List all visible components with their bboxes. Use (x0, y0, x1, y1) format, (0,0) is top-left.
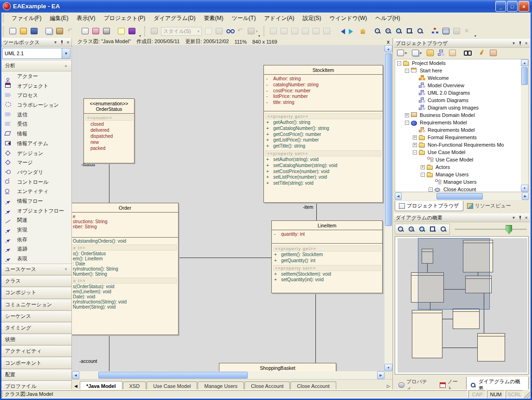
tree-item[interactable]: Requirements Model (395, 126, 528, 134)
tree-item[interactable]: + Business Domain Model (395, 111, 528, 119)
toolbar-button[interactable] (279, 26, 289, 37)
project-toolbar-button[interactable] (395, 48, 406, 58)
toolbox-profile-combo[interactable]: UML 2.1 ▼ (2, 48, 71, 59)
tree-expander[interactable] (429, 180, 433, 184)
toolbox-item[interactable]: プロセス (1, 91, 71, 101)
overview-zoom-slider[interactable] (455, 225, 529, 234)
toolbar-button[interactable] (289, 26, 300, 37)
tree-expander[interactable] (413, 106, 417, 110)
toolbar-button[interactable] (268, 26, 279, 37)
tree-item[interactable]: - Start here (395, 67, 528, 74)
chevron-down-icon[interactable]: ▼ (512, 41, 515, 45)
pin-icon[interactable] (60, 40, 64, 45)
project-toolbar-button[interactable] (487, 48, 499, 58)
toolbox-item[interactable]: 送信 (1, 110, 71, 120)
tree-expander[interactable]: + (413, 135, 417, 140)
toolbox-section-header[interactable]: 状態 (1, 334, 71, 345)
toolbox-section-analysis[interactable]: 分析 ▲ (1, 60, 71, 71)
scroll-right-arrow[interactable]: ▶ (377, 371, 385, 379)
chevron-down-icon[interactable]: ▼ (53, 40, 57, 45)
tree-item[interactable]: UML 2.0 Diagrams (395, 89, 528, 97)
toolbar-button[interactable] (90, 26, 101, 37)
tab-scroll-right-icon[interactable]: ▷ (387, 384, 390, 388)
menu-item[interactable]: ファイル(F) (7, 13, 45, 24)
style-combo[interactable]: スタイル(S) ▾ (161, 27, 202, 36)
project-toolbar-button[interactable] (424, 48, 436, 58)
overview-title-bar[interactable]: ダイアグラムの概要 ▼ ✕ (394, 213, 530, 222)
toolbar-button[interactable] (383, 26, 394, 37)
chevron-down-icon[interactable]: ▼ (512, 216, 515, 220)
project-toolbar-button[interactable] (447, 48, 458, 58)
toolbar-button[interactable] (7, 26, 18, 37)
tree-expander[interactable]: - (413, 150, 417, 155)
slider-thumb[interactable] (506, 225, 512, 234)
toolbar-grip[interactable] (3, 26, 6, 36)
toolbar-button[interactable] (394, 26, 404, 37)
toolbar-button[interactable] (116, 26, 127, 37)
toolbar-button[interactable] (311, 26, 321, 37)
hscroll-thumb[interactable] (98, 372, 248, 379)
overview-zoom-button[interactable] (417, 225, 428, 234)
toolbar-button[interactable] (404, 26, 415, 37)
toolbox-item[interactable]: 情報 (1, 129, 71, 139)
close-icon[interactable]: ✕ (66, 40, 70, 45)
toolbar-grip[interactable] (263, 26, 267, 36)
toolbox-section-header[interactable]: 配置 (1, 369, 71, 381)
vscroll-thumb[interactable] (521, 67, 528, 85)
restore-button[interactable]: □ (507, 1, 518, 12)
panel-tab[interactable]: リソースビュー (463, 201, 515, 211)
pin-icon[interactable] (518, 215, 522, 220)
toolbar-button[interactable] (44, 26, 54, 37)
toolbox-item[interactable]: アクター (1, 71, 71, 81)
toolbox-item[interactable]: 受信 (1, 120, 71, 129)
overview-zoom-button[interactable] (428, 225, 438, 234)
diagram-tab[interactable]: *Java Model (80, 381, 122, 390)
toolbar-button[interactable] (347, 26, 358, 37)
tree-expander[interactable]: + (405, 113, 409, 117)
tree-item[interactable]: - Close Account (395, 186, 528, 192)
toolbox-item[interactable]: 情報フロー (1, 196, 71, 206)
toolbar-button[interactable] (336, 26, 347, 37)
toolbar-button[interactable] (149, 26, 160, 37)
tree-expander[interactable] (413, 76, 417, 80)
toolbox-item[interactable]: コラボレーション (1, 100, 71, 110)
scroll-down-arrow[interactable]: ▼ (521, 185, 528, 192)
toolbar-button[interactable] (80, 26, 90, 37)
toolbox-item[interactable]: 追跡 (1, 245, 71, 254)
toolbar-button[interactable] (54, 26, 65, 37)
toolbox-item[interactable]: 表現 (1, 254, 71, 264)
menu-item[interactable]: 要素(M) (200, 13, 228, 24)
toolbar-button[interactable] (321, 26, 332, 37)
tree-vscrollbar[interactable]: ▲ ▼ (521, 59, 528, 192)
tree-hscrollbar[interactable]: ◀ ▶ (395, 193, 529, 200)
toolbox-item[interactable]: デシジョン (1, 148, 71, 158)
toolbar-button[interactable] (300, 26, 311, 37)
scroll-left-arrow[interactable]: ◀ (72, 371, 79, 379)
toolbox-item[interactable]: オブジェクト (1, 81, 71, 91)
toolbar-button[interactable] (358, 26, 368, 37)
toolbar-button[interactable] (441, 26, 451, 37)
scroll-down-arrow[interactable]: ▼ (385, 364, 392, 371)
overview-zoom-button[interactable] (396, 225, 406, 234)
toolbar-overflow-icon[interactable]: ▾ (139, 34, 141, 38)
menu-item[interactable]: アドイン(A) (260, 13, 298, 24)
toolbar-button[interactable] (224, 26, 235, 37)
project-toolbar-button[interactable] (410, 48, 421, 58)
menu-item[interactable]: プロジェクト(P) (99, 13, 149, 24)
scroll-up-arrow[interactable]: ▲ (521, 59, 528, 66)
menu-item[interactable]: ウインドウ(W) (326, 13, 372, 24)
canvas-vscrollbar[interactable]: ▲ ▼ (385, 45, 392, 371)
menu-item[interactable]: 編集(E) (45, 13, 72, 24)
toolbar-button[interactable] (246, 26, 256, 37)
toolbar-button[interactable] (29, 26, 39, 37)
tree-expander[interactable]: - (405, 121, 409, 125)
class-lineitem[interactable]: LineItem -quantity: int <<property get>>… (271, 220, 383, 293)
toolbar-button[interactable] (65, 26, 76, 37)
scroll-right-arrow[interactable]: ▶ (522, 193, 529, 200)
toolbox-section-header[interactable]: コミュニケーション (1, 299, 71, 310)
tree-item[interactable]: - Manage Users (395, 171, 528, 178)
toolbox-section-header[interactable]: コンポジット (1, 287, 71, 298)
tree-expander[interactable] (413, 84, 417, 88)
tree-item[interactable]: Use Case Model (395, 156, 528, 163)
chevron-down-icon[interactable]: ▼ (62, 48, 70, 58)
